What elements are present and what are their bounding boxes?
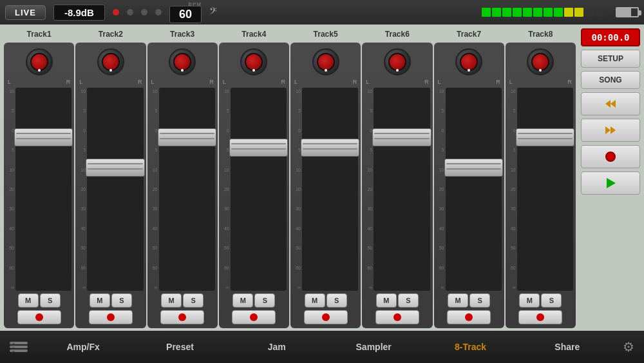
mute-btn-2[interactable]: M bbox=[90, 293, 110, 308]
svg-rect-9 bbox=[12, 347, 15, 348]
bpm-wrapper: BPM 60 bbox=[169, 1, 202, 23]
tab-sampler[interactable]: Sampler bbox=[325, 337, 422, 357]
tab-jam[interactable]: Jam bbox=[229, 337, 325, 357]
fader-handle-7[interactable] bbox=[444, 159, 503, 177]
home-icon[interactable] bbox=[3, 334, 35, 360]
fader-track-4[interactable] bbox=[231, 88, 287, 291]
track-header-3: Track3 bbox=[147, 28, 218, 40]
setup-button[interactable]: SETUP bbox=[581, 50, 640, 68]
mute-btn-4[interactable]: M bbox=[232, 293, 253, 308]
fader-handle-1[interactable] bbox=[14, 128, 73, 146]
fader-section-2: 10505102030405060∞ bbox=[78, 88, 143, 291]
rec-row-4 bbox=[232, 310, 276, 324]
rec-row-6 bbox=[375, 310, 419, 324]
rec-dot-5 bbox=[322, 313, 330, 321]
rec-dot-6 bbox=[393, 313, 401, 321]
fader-scale-6: 10505102030405060∞ bbox=[365, 88, 372, 291]
solo-btn-5[interactable]: S bbox=[327, 293, 347, 308]
knob-dot-1 bbox=[38, 69, 41, 72]
rec-btn-2[interactable] bbox=[89, 310, 133, 324]
fader-track-8[interactable] bbox=[517, 88, 573, 291]
song-button[interactable]: SONG bbox=[581, 71, 640, 89]
fader-track-1[interactable] bbox=[15, 88, 71, 291]
meter-bar-7 bbox=[544, 8, 553, 17]
fader-track-6[interactable] bbox=[374, 88, 430, 291]
mute-btn-5[interactable]: M bbox=[305, 293, 325, 308]
live-button[interactable]: LIVE bbox=[5, 5, 46, 20]
fader-handle-3[interactable] bbox=[158, 128, 216, 146]
knob-inner-1 bbox=[30, 53, 48, 71]
rec-row-7 bbox=[447, 310, 491, 324]
fader-handle-6[interactable] bbox=[372, 128, 431, 146]
rec-btn-5[interactable] bbox=[304, 310, 348, 324]
knob-5[interactable] bbox=[312, 48, 340, 76]
solo-btn-4[interactable]: S bbox=[254, 293, 275, 308]
meter-bar-9 bbox=[564, 8, 573, 17]
knob-6[interactable] bbox=[383, 48, 412, 76]
knob-3[interactable] bbox=[168, 48, 196, 76]
mute-btn-6[interactable]: M bbox=[376, 293, 397, 308]
meter-bar-2 bbox=[492, 8, 501, 17]
level-meter bbox=[482, 8, 604, 17]
rec-btn-7[interactable] bbox=[447, 310, 491, 324]
solo-btn-2[interactable]: S bbox=[111, 293, 132, 308]
tuner-icon[interactable]: 𝄢 bbox=[209, 6, 217, 19]
fader-track-3[interactable] bbox=[159, 88, 215, 291]
rec-btn-3[interactable] bbox=[160, 310, 204, 324]
lr-labels-8: LR bbox=[508, 79, 573, 85]
mute-btn-3[interactable]: M bbox=[161, 293, 182, 308]
fader-handle-8[interactable] bbox=[516, 128, 574, 146]
knob-dot-2 bbox=[109, 69, 112, 72]
fader-track-5[interactable] bbox=[302, 88, 358, 291]
knob-1[interactable] bbox=[25, 48, 53, 76]
track-strip-5: LR 10505102030405060∞ M S bbox=[290, 43, 361, 328]
mute-btn-8[interactable]: M bbox=[519, 293, 540, 308]
track-header-2: Track2 bbox=[75, 28, 146, 40]
rec-btn-4[interactable] bbox=[232, 310, 276, 324]
knob-8[interactable] bbox=[526, 48, 554, 76]
track-header-7: Track7 bbox=[434, 28, 504, 40]
track-header-6: Track6 bbox=[362, 28, 432, 40]
solo-btn-1[interactable]: S bbox=[40, 293, 61, 308]
rec-btn-6[interactable] bbox=[375, 310, 419, 324]
knob-dot-6 bbox=[396, 69, 399, 72]
solo-btn-3[interactable]: S bbox=[183, 293, 204, 308]
fader-track-7[interactable] bbox=[446, 88, 502, 291]
time-display: 00:00.0 bbox=[581, 28, 640, 46]
knob-inner-8 bbox=[531, 53, 549, 71]
mute-btn-1[interactable]: M bbox=[18, 293, 39, 308]
solo-btn-8[interactable]: S bbox=[541, 293, 562, 308]
mute-btn-7[interactable]: M bbox=[448, 293, 468, 308]
tab-ampfx[interactable]: Amp/Fx bbox=[35, 337, 131, 357]
svg-rect-10 bbox=[12, 351, 15, 352]
fader-track-2[interactable] bbox=[87, 88, 143, 291]
fast-forward-button[interactable] bbox=[581, 119, 640, 142]
knob-7[interactable] bbox=[455, 48, 483, 76]
rewind-button[interactable] bbox=[581, 92, 640, 115]
rec-btn-8[interactable] bbox=[518, 310, 562, 324]
solo-btn-6[interactable]: S bbox=[398, 293, 419, 308]
knob-inner-7 bbox=[460, 53, 478, 71]
meter-bar-4 bbox=[513, 8, 522, 17]
meter-bar-10 bbox=[574, 8, 583, 17]
fader-handle-5[interactable] bbox=[301, 139, 359, 157]
lr-labels-5: LR bbox=[293, 79, 358, 85]
fader-section-6: 10505102030405060∞ bbox=[365, 88, 430, 291]
rec-btn-1[interactable] bbox=[17, 310, 61, 324]
knob-2[interactable] bbox=[97, 48, 125, 76]
fader-handle-2[interactable] bbox=[86, 159, 144, 177]
play-button[interactable] bbox=[581, 172, 640, 195]
bpm-display[interactable]: 60 bbox=[169, 6, 202, 23]
fader-scale-8: 10505102030405060∞ bbox=[508, 88, 516, 291]
knob-4[interactable] bbox=[240, 48, 268, 76]
solo-btn-7[interactable]: S bbox=[469, 293, 490, 308]
fader-handle-4[interactable] bbox=[229, 139, 288, 157]
track-strip-4: LR 10505102030405060∞ M S bbox=[219, 43, 289, 328]
tab-share[interactable]: Share bbox=[519, 337, 616, 357]
settings-icon[interactable]: ⚙ bbox=[616, 334, 641, 360]
tab-preset[interactable]: Preset bbox=[131, 337, 228, 357]
record-button[interactable] bbox=[581, 145, 640, 168]
tab-8track[interactable]: 8-Track bbox=[422, 337, 518, 357]
tracks-section: Track1 Track2 Track3 Track4 Track5 Track… bbox=[0, 25, 580, 331]
fader-scale-1: 10505102030405060∞ bbox=[6, 88, 14, 291]
